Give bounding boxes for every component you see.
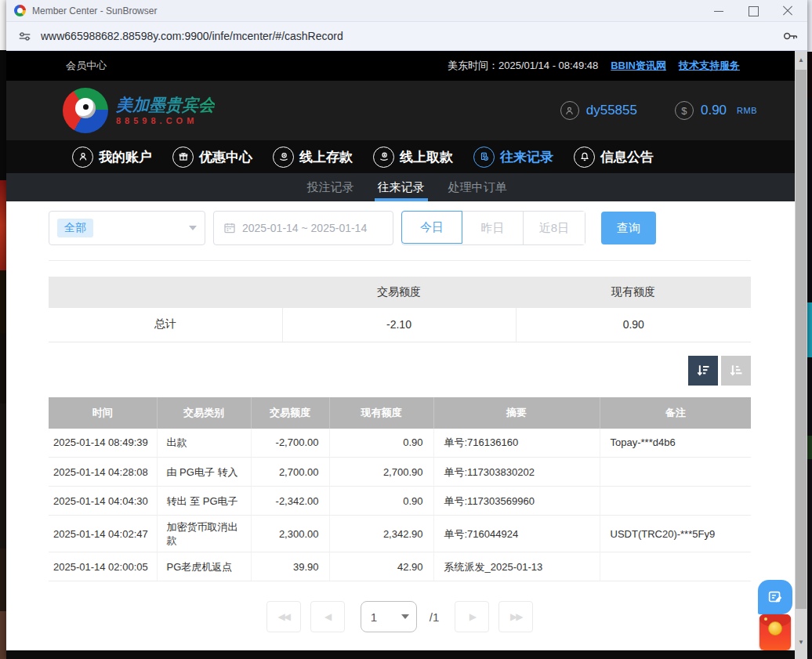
summary-row: 总计 -2.10 0.90	[49, 308, 751, 342]
page-scrollbar: ▲ ▼	[795, 51, 807, 659]
eastern-time: 美东时间：2025/01/14 - 08:49:48	[448, 59, 598, 73]
tech-support-link[interactable]: 技术支持服务	[679, 59, 740, 73]
summary-header-empty	[49, 277, 282, 308]
header-user-area: dy55855 $ 0.90 RMB	[560, 101, 757, 120]
today-button[interactable]: 今日	[401, 211, 462, 244]
summary-transaction-total: -2.10	[282, 308, 516, 342]
table-row: 2025-01-14 02:00:05 PG老虎机返点 39.90 42.90 …	[49, 552, 751, 581]
calendar-icon	[223, 222, 236, 234]
browser-window: Member Center - SunBrowser www665988682.…	[6, 0, 807, 659]
site-header: 美加墨贵宾会 88598.COM dy55855 $	[6, 81, 807, 140]
records-table: 时间 交易类别 交易额度 现有额度 摘要 备注 2025-01-14 08:49…	[49, 397, 751, 582]
logo-title: 美加墨贵宾会	[116, 96, 215, 114]
site-logo[interactable]: 美加墨贵宾会 88598.COM	[63, 88, 215, 133]
red-envelope-button[interactable]	[759, 614, 791, 650]
page-select[interactable]: 1	[361, 601, 417, 632]
balance-chip[interactable]: $ 0.90 RMB	[675, 101, 757, 120]
nav-item-withdraw[interactable]: 线上取款	[373, 147, 453, 168]
table-row: 2025-01-14 08:49:39 出款 -2,700.00 0.90 单号…	[49, 429, 751, 458]
nav-item-announcements[interactable]: 信息公告	[574, 147, 654, 168]
sort-buttons	[49, 356, 751, 386]
table-row: 2025-01-14 04:28:08 由 PG电子 转入 2,700.00 2…	[49, 458, 751, 487]
col-time: 时间	[49, 397, 157, 429]
col-type: 交易类别	[157, 397, 251, 429]
coin-icon	[768, 621, 782, 635]
records-header-row: 时间 交易类别 交易额度 现有额度 摘要 备注	[49, 397, 751, 429]
gift-icon	[172, 147, 194, 168]
tab-bet-records[interactable]: 投注记录	[306, 173, 356, 201]
summary-header-balance: 现有额度	[516, 277, 751, 308]
pagination: ◀◀ ◀ 1 /1 ▶ ▶▶	[49, 601, 751, 632]
first-page-button[interactable]: ◀◀	[266, 601, 301, 632]
member-topbar: 会员中心 美东时间：2025/01/14 - 08:49:48 BBIN资讯网 …	[6, 51, 807, 81]
quick-date-group: 今日 昨日 近8日	[401, 211, 585, 245]
window-titlebar: Member Center - SunBrowser	[6, 0, 807, 22]
records-icon	[473, 147, 495, 168]
nav-item-my-account[interactable]: 我的账户	[72, 147, 152, 168]
window-title: Member Center - SunBrowser	[32, 5, 157, 16]
last-8-days-button[interactable]: 近8日	[524, 212, 585, 244]
username: dy55855	[586, 103, 637, 118]
scrollbar-down-arrow[interactable]: ▼	[795, 635, 807, 648]
customer-service-button[interactable]	[758, 580, 792, 614]
dollar-coin-icon: $	[675, 101, 694, 120]
content: 全部 2025-01-14 ~ 2025-01-14 今日 昨日 近8	[49, 201, 751, 632]
col-amount: 交易额度	[251, 397, 329, 429]
date-range-value: 2025-01-14 ~ 2025-01-14	[242, 222, 367, 234]
section-label: 会员中心	[66, 59, 107, 73]
type-dropdown-value: 全部	[57, 219, 93, 237]
logo-domain: 88598.COM	[116, 116, 215, 125]
sort-descending-button[interactable]	[688, 356, 718, 386]
username-chip[interactable]: dy55855	[560, 101, 637, 120]
page-footer-strip	[6, 650, 807, 659]
bbin-news-link[interactable]: BBIN资讯网	[611, 59, 666, 73]
divider	[49, 260, 751, 261]
sub-nav: 投注记录 往来记录 处理中订单	[6, 173, 807, 201]
balance-amount: 0.90	[701, 103, 727, 118]
close-button[interactable]	[782, 5, 793, 16]
next-page-button[interactable]: ▶	[455, 601, 489, 632]
deposit-icon	[273, 147, 294, 168]
scrollbar-up-arrow[interactable]: ▲	[795, 53, 807, 66]
url-field[interactable]: www665988682.88598y.com:9900/infe/mcente…	[41, 30, 779, 42]
tab-pending-orders[interactable]: 处理中订单	[447, 173, 509, 201]
type-dropdown[interactable]: 全部	[49, 211, 205, 245]
summary-header-transaction: 交易额度	[282, 277, 516, 308]
maximize-button[interactable]	[748, 5, 759, 16]
search-button[interactable]: 查询	[601, 212, 656, 244]
window-controls	[713, 5, 799, 16]
main-nav: 我的账户 优惠中心 线上存款	[6, 140, 807, 173]
col-note: 备注	[600, 397, 751, 429]
last-page-button[interactable]: ▶▶	[498, 601, 533, 632]
summary-table: 交易额度 现有额度 总计 -2.10 0.90	[49, 277, 751, 342]
date-range-input[interactable]: 2025-01-14 ~ 2025-01-14	[213, 211, 393, 245]
withdraw-icon	[373, 147, 394, 168]
screen: Member Center - SunBrowser www665988682.…	[0, 0, 812, 659]
summary-total-label: 总计	[49, 308, 282, 342]
nav-item-deposit[interactable]: 线上存款	[273, 147, 353, 168]
site-settings-icon[interactable]	[16, 27, 33, 45]
logo-ball-icon	[63, 88, 108, 133]
sort-ascending-button[interactable]	[721, 356, 751, 386]
balance-currency: RMB	[737, 106, 757, 115]
user-icon	[560, 101, 579, 120]
prev-page-button[interactable]: ◀	[310, 601, 345, 632]
yesterday-button[interactable]: 昨日	[462, 212, 524, 244]
page-total: /1	[430, 610, 440, 624]
nav-item-cash-records[interactable]: 往来记录	[473, 147, 553, 168]
page: 会员中心 美东时间：2025/01/14 - 08:49:48 BBIN资讯网 …	[6, 51, 807, 659]
nav-item-promotions[interactable]: 优惠中心	[172, 147, 252, 168]
page-select-wrap: 1	[361, 601, 417, 632]
bell-icon	[574, 147, 595, 168]
table-row: 2025-01-14 04:02:47 加密货币取消出款 2,300.00 2,…	[49, 516, 751, 552]
topbar-right: 美东时间：2025/01/14 - 08:49:48 BBIN资讯网 技术支持服…	[448, 59, 790, 73]
col-summary: 摘要	[433, 397, 600, 429]
sunbrowser-app-icon	[14, 5, 26, 16]
scrollbar-thumb[interactable]	[796, 70, 807, 609]
background-window-sliver-left	[0, 0, 6, 659]
minimize-button[interactable]	[713, 5, 724, 16]
filter-row: 全部 2025-01-14 ~ 2025-01-14 今日 昨日 近8	[49, 211, 751, 245]
password-key-icon[interactable]	[779, 31, 798, 42]
summary-balance-total: 0.90	[516, 308, 751, 342]
tab-cash-records[interactable]: 往来记录	[376, 173, 426, 201]
